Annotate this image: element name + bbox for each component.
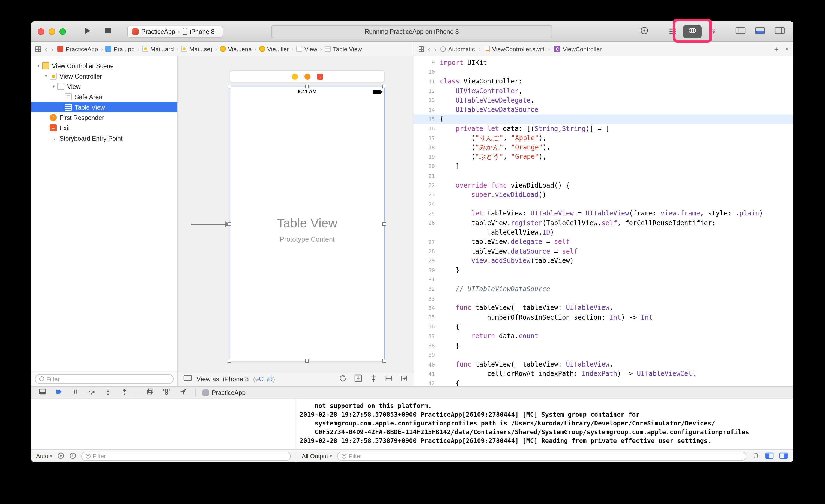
update-frames-icon[interactable]: [339, 374, 347, 384]
jump-symbol-item[interactable]: C ViewController: [554, 46, 602, 52]
variables-view-toggle[interactable]: [765, 452, 774, 460]
jump-file-item[interactable]: ViewController.swift: [484, 46, 544, 52]
align-icon[interactable]: [369, 374, 378, 384]
library-button[interactable]: [635, 25, 654, 38]
back-button[interactable]: ‹: [45, 45, 47, 53]
resize-handle[interactable]: [228, 222, 231, 226]
close-window-button[interactable]: [38, 28, 44, 34]
navigator-toggle-button[interactable]: [731, 25, 750, 38]
breadcrumb-item[interactable]: Mai...ard: [142, 46, 174, 52]
ib-canvas[interactable]: 9:41 AM Table View Prototype Content: [178, 56, 414, 371]
source-editor[interactable]: 9import UIKit1011class ViewController:12…: [414, 56, 793, 386]
forward-button[interactable]: ›: [51, 45, 54, 53]
code-line[interactable]: 21: [414, 171, 793, 180]
forward-button[interactable]: ›: [434, 45, 437, 53]
code-line[interactable]: 17 ("りんご", "Apple"),: [414, 134, 793, 143]
outline-item-first-responder[interactable]: First Responder: [31, 112, 177, 123]
close-editor-button[interactable]: ×: [785, 45, 789, 53]
outline-item-view[interactable]: ▾View: [31, 81, 177, 92]
outline-filter-input[interactable]: [47, 375, 169, 382]
code-line[interactable]: 13 UITableViewDelegate,: [414, 95, 793, 105]
code-line[interactable]: 19 ("ぶどう", "Grape"),: [414, 152, 793, 162]
breadcrumb-item[interactable]: Table View: [325, 46, 362, 52]
code-line[interactable]: 9import UIKit: [414, 58, 793, 67]
show-variables-icon[interactable]: [57, 452, 64, 460]
code-line[interactable]: 10: [414, 67, 793, 77]
zoom-window-button[interactable]: [60, 28, 66, 34]
code-line[interactable]: 11class ViewController:: [414, 77, 793, 86]
code-line[interactable]: 32 // UITableViewDataSource: [414, 284, 793, 294]
disclosure-triangle-icon[interactable]: ▾: [35, 63, 42, 68]
code-line[interactable]: 33: [414, 294, 793, 303]
code-line[interactable]: 20 ]: [414, 162, 793, 171]
code-line[interactable]: 14 UITableViewDataSource: [414, 105, 793, 114]
process-chip[interactable]: PracticeApp: [203, 390, 245, 396]
code-line[interactable]: 24: [414, 199, 793, 209]
device-configuration-icon[interactable]: [183, 375, 192, 383]
code-line[interactable]: 28 tableView.dataSource = self: [414, 247, 793, 256]
code-line[interactable]: 23 super.viewDidLoad(): [414, 190, 793, 199]
variables-filter-input[interactable]: [92, 453, 287, 459]
code-line[interactable]: 29 view.addSubview(tableView): [414, 256, 793, 265]
code-line[interactable]: 31: [414, 275, 793, 284]
info-icon[interactable]: [69, 452, 76, 460]
add-editor-button[interactable]: +: [774, 45, 778, 53]
console-output[interactable]: not supported on this platform.2019-02-2…: [296, 399, 793, 449]
code-line[interactable]: 30 }: [414, 265, 793, 275]
resolve-autolayout-icon[interactable]: [400, 374, 408, 384]
device-screen[interactable]: 9:41 AM Table View Prototype Content: [230, 87, 385, 361]
outline-item-view-controller-scene[interactable]: ▾View Controller Scene: [31, 61, 177, 71]
memory-graph-button[interactable]: [158, 387, 174, 398]
code-line[interactable]: TableCellView.ID): [414, 228, 793, 237]
outline-item-storyboard-entry-point[interactable]: Storyboard Entry Point: [31, 133, 177, 144]
code-line[interactable]: 36 {: [414, 322, 793, 332]
code-line[interactable]: 16 private let data: [(String,String)] =…: [414, 124, 793, 134]
code-line[interactable]: 26 tableView.register(TableCellView.self…: [414, 218, 793, 228]
minimize-window-button[interactable]: [49, 28, 55, 34]
jump-mode-item[interactable]: Automatic: [441, 46, 475, 52]
scheme-selector[interactable]: PracticeApp › iPhone 8: [127, 25, 223, 37]
step-into-button[interactable]: [100, 387, 116, 398]
breadcrumb-item[interactable]: Pra...pp: [105, 46, 135, 52]
step-out-button[interactable]: [116, 387, 133, 398]
view-controller-dock-icon[interactable]: [292, 73, 298, 79]
code-line[interactable]: 41 cellForRowAt indexPath: IndexPath) ->…: [414, 369, 793, 379]
resize-handle[interactable]: [382, 85, 386, 88]
breadcrumb-item[interactable]: PracticeApp: [58, 46, 98, 52]
run-button[interactable]: [79, 25, 95, 38]
breadcrumb-item[interactable]: Mai...se): [181, 46, 212, 52]
console-output-popup[interactable]: All Output ▾: [302, 453, 332, 459]
code-line[interactable]: 38 }: [414, 341, 793, 350]
outline-item-safe-area[interactable]: Safe Area: [31, 92, 177, 102]
console-filter-field[interactable]: [338, 451, 746, 460]
stop-button[interactable]: [100, 25, 116, 38]
resize-handle[interactable]: [305, 85, 309, 88]
step-over-button[interactable]: [83, 387, 100, 398]
inspector-toggle-button[interactable]: [770, 25, 789, 38]
code-line[interactable]: 34 func tableView(_ tableView: UITableVi…: [414, 303, 793, 313]
code-line[interactable]: 25 let tableView: UITableView = UITableV…: [414, 209, 793, 219]
disclosure-triangle-icon[interactable]: ▾: [51, 84, 57, 89]
variables-filter-field[interactable]: [81, 451, 291, 460]
code-line[interactable]: 18 ("みかん", "Orange"),: [414, 143, 793, 152]
outline-filter-field[interactable]: [35, 374, 173, 384]
add-constraints-icon[interactable]: [385, 374, 393, 384]
debug-area-toggle-button[interactable]: [751, 25, 769, 38]
view-hierarchy-button[interactable]: [142, 387, 158, 398]
code-line[interactable]: 42 {: [414, 379, 793, 386]
outline-item-exit[interactable]: Exit: [31, 123, 177, 133]
console-view-toggle[interactable]: [779, 452, 788, 460]
resize-handle[interactable]: [228, 85, 231, 88]
disclosure-triangle-icon[interactable]: ▾: [43, 74, 49, 79]
code-line[interactable]: 37 return data.count: [414, 331, 793, 341]
resize-handle[interactable]: [305, 359, 309, 363]
back-button[interactable]: ‹: [428, 45, 430, 53]
resize-handle[interactable]: [382, 359, 386, 363]
console-filter-input[interactable]: [349, 453, 742, 459]
breadcrumb-item[interactable]: Vie...ene: [220, 46, 251, 52]
related-items-icon[interactable]: [419, 46, 424, 52]
simulate-location-button[interactable]: [174, 387, 191, 398]
code-line[interactable]: 35 numberOfRowsInSection section: Int) -…: [414, 313, 793, 322]
breakpoints-toggle-button[interactable]: [51, 387, 67, 398]
breadcrumb-item[interactable]: View: [296, 46, 317, 52]
